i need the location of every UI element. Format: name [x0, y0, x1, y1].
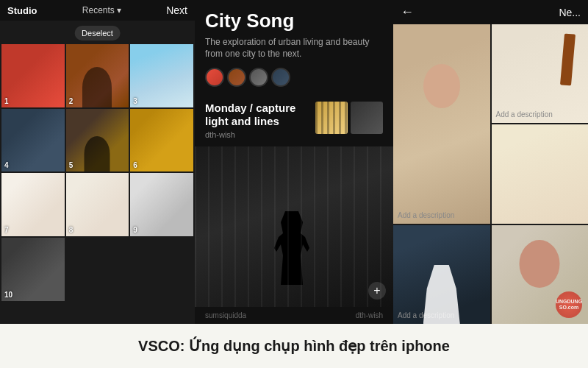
photo-cell[interactable]: 7 — [1, 173, 65, 236]
featured-title: Monday / capturelight and lines — [205, 102, 295, 128]
photo-cell[interactable]: 1 — [1, 44, 65, 107]
photo-num: 7 — [4, 226, 9, 234]
avatar — [271, 68, 290, 87]
mid-bottom-labels: sumsiquidda dth-wish — [195, 307, 393, 324]
avatar — [249, 68, 268, 87]
deselect-button[interactable]: Deselect — [74, 26, 121, 40]
bottom-bar-text: VSCO: Ứng dụng chụp hình đẹp trên iphone — [138, 337, 450, 355]
photo-num: 9 — [133, 226, 137, 234]
recents-button[interactable]: Recents ▾ — [82, 5, 121, 15]
featured-text: Monday / capturelight and lines dth-wish — [205, 102, 295, 139]
right-panel: ← Ne... Add a description Add a descript… — [393, 0, 588, 324]
right-cell-portrait: Add a description — [393, 24, 490, 224]
next-button[interactable]: Next — [166, 4, 187, 16]
photo-cell[interactable]: 10 — [1, 238, 65, 301]
photo-num: 4 — [4, 161, 9, 169]
photo-cell[interactable]: 4 — [1, 109, 65, 172]
right-cell-twig: Add a description — [492, 24, 589, 123]
city-song-title: City Song — [205, 10, 383, 32]
studio-label: Studio — [7, 5, 37, 16]
recents-label: Recents — [82, 5, 115, 15]
back-button[interactable]: ← — [401, 4, 414, 20]
next-right-button[interactable]: Ne... — [559, 7, 581, 18]
right-grid: Add a description Add a description Add … — [393, 24, 588, 324]
photo-cell[interactable]: 3 — [130, 44, 193, 107]
photo-num: 8 — [69, 226, 74, 234]
bottom-bar: VSCO: Ứng dụng chụp hình đẹp trên iphone — [0, 324, 588, 368]
avatar — [205, 68, 224, 87]
thumb-image — [351, 102, 383, 134]
photo-cell[interactable]: 5 — [66, 109, 129, 172]
featured-thumbs — [315, 102, 383, 134]
add-button[interactable]: + — [368, 282, 386, 300]
left-panel: Studio Recents ▾ Next Deselect 1 2 3 4 5… — [0, 0, 195, 324]
left-header: Studio Recents ▾ Next — [0, 0, 195, 21]
photo-cell[interactable]: 2 — [66, 44, 129, 107]
photo-num: 6 — [133, 161, 137, 169]
photo-num: 3 — [133, 97, 137, 105]
mid-main-image: + — [195, 146, 393, 307]
panels-section: Studio Recents ▾ Next Deselect 1 2 3 4 5… — [0, 0, 588, 324]
watermark-circle: UNGDUNGSO.com — [556, 291, 582, 318]
photo-num: 2 — [69, 97, 74, 105]
chevron-down-icon: ▾ — [117, 5, 121, 15]
photo-num: 10 — [4, 291, 12, 299]
featured-author: dth-wish — [205, 130, 295, 139]
right-cell-light — [492, 124, 589, 223]
app-container: Studio Recents ▾ Next Deselect 1 2 3 4 5… — [0, 0, 588, 368]
watermark: UNGDUNGSO.com — [556, 291, 582, 318]
photo-num: 1 — [4, 97, 9, 105]
mid-panel: City Song The exploration of urban livin… — [195, 0, 393, 324]
add-description-label: Add a description — [398, 211, 454, 219]
photo-cell[interactable]: 8 — [66, 173, 129, 236]
watermark-text: UNGDUNGSO.com — [556, 299, 582, 310]
avatar — [227, 68, 246, 87]
photo-cell[interactable]: 9 — [130, 173, 193, 236]
right-cell-dress: Add a description — [393, 225, 490, 324]
photo-cell[interactable]: 6 — [130, 109, 193, 172]
avatar-list — [205, 68, 383, 87]
thumb-image — [315, 102, 348, 134]
bottom-left-label: sumsiquidda — [205, 311, 246, 319]
featured-item: Monday / capturelight and lines dth-wish — [195, 102, 393, 146]
bottom-right-label: dth-wish — [356, 311, 383, 319]
city-song-subtitle: The exploration of urban living and beau… — [205, 36, 383, 61]
add-description-label: Add a description — [398, 311, 454, 319]
mid-header: City Song The exploration of urban livin… — [195, 0, 393, 102]
right-header: ← Ne... — [393, 0, 588, 24]
photo-num: 5 — [69, 161, 74, 169]
photo-grid: 1 2 3 4 5 6 7 8 9 10 — [0, 43, 195, 302]
add-description-label: Add a description — [496, 110, 553, 118]
